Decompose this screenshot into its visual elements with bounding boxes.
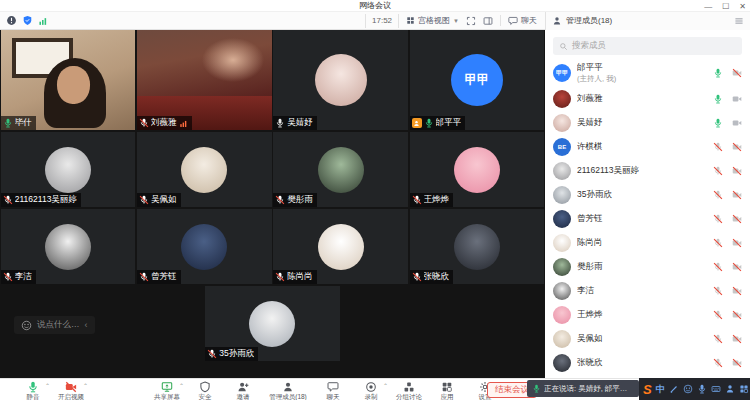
member-row[interactable]: 陈尚尚 <box>545 231 750 255</box>
toolbar-record-button[interactable]: ⌃录制 <box>352 379 390 400</box>
camoff-icon[interactable] <box>732 310 742 320</box>
member-row[interactable]: 35孙雨欣 <box>545 183 750 207</box>
member-row[interactable]: 甲甲 邰平平 (主持人, 我) <box>545 59 750 87</box>
video-tile[interactable]: 李洁 <box>1 209 136 284</box>
close-button[interactable]: ✕ <box>739 2 746 11</box>
chat-button[interactable]: 聊天 <box>500 15 537 26</box>
chevron-up-icon[interactable]: ⌃ <box>45 382 50 389</box>
video-tile[interactable]: 吴婧妤 <box>273 30 408 130</box>
member-row[interactable]: 张晓欣 <box>545 351 750 375</box>
video-tile[interactable]: 甲甲邰平平 <box>410 30 545 130</box>
camoff-icon[interactable] <box>732 262 742 272</box>
toolbar-shield-button[interactable]: 安全 <box>186 379 224 400</box>
ime-keyboard-button[interactable] <box>711 384 721 394</box>
micoff-icon[interactable] <box>713 286 723 296</box>
cam-icon[interactable] <box>732 94 742 104</box>
chevron-up-icon[interactable]: ⌃ <box>179 382 184 389</box>
camoff-icon[interactable] <box>732 238 742 248</box>
video-tile[interactable]: 吴佩如 <box>137 132 272 207</box>
ime-mic-button[interactable] <box>697 384 707 394</box>
cam-icon[interactable] <box>732 118 742 128</box>
toolbar-person-button[interactable]: 管理成员(18) <box>262 379 314 400</box>
collapse-arrow-icon[interactable]: ‹ <box>85 320 88 330</box>
camoff-icon[interactable] <box>732 190 742 200</box>
ime-lang-toggle[interactable]: 中 <box>656 383 665 396</box>
mic-icon <box>27 381 39 393</box>
ime-pen-button[interactable] <box>669 384 679 394</box>
danmaku-input[interactable]: 说点什么… ‹ <box>14 316 95 334</box>
camoff-icon[interactable] <box>732 214 742 224</box>
member-row[interactable]: 吴婧妤 <box>545 111 750 135</box>
micoff-icon[interactable] <box>713 166 723 176</box>
micoff-icon[interactable] <box>713 358 723 368</box>
ime-smiley-button[interactable] <box>683 384 693 394</box>
mic-icon[interactable] <box>713 118 723 128</box>
name-label: 李洁 <box>1 270 36 284</box>
name-label: 吴婧妤 <box>273 116 317 130</box>
member-search-input[interactable]: 搜索成员 <box>553 37 742 55</box>
info-icon[interactable] <box>6 15 17 26</box>
member-row[interactable]: 21162113吴丽婷 <box>545 159 750 183</box>
hamburger-icon[interactable] <box>734 16 744 26</box>
camoff-icon[interactable] <box>732 358 742 368</box>
member-row[interactable]: 李洁 <box>545 279 750 303</box>
ime-apps-button[interactable] <box>739 384 749 394</box>
toolbar-camoff-button[interactable]: ⌃开启视频 <box>52 379 90 400</box>
shared-video <box>137 30 272 130</box>
toolbar-chat-button[interactable]: 聊天 <box>314 379 352 400</box>
micoff-icon[interactable] <box>713 310 723 320</box>
micoff-icon[interactable] <box>713 214 723 224</box>
member-row[interactable]: 王烨烨 <box>545 303 750 327</box>
member-row[interactable]: 吴佩如 <box>545 327 750 351</box>
member-row[interactable]: 樊彤雨 <box>545 255 750 279</box>
camoff-icon[interactable] <box>732 166 742 176</box>
mic-icon[interactable] <box>713 94 723 104</box>
name-label: 张晓欣 <box>410 270 454 284</box>
name-label: 王烨烨 <box>410 193 454 207</box>
sogou-logo[interactable]: S <box>643 382 652 397</box>
toolbar-share-button[interactable]: ⌃共享屏幕 <box>148 379 186 400</box>
video-tile[interactable]: 王烨烨 <box>410 132 545 207</box>
mic-icon[interactable] <box>713 68 723 78</box>
toolbar-label: 安全 <box>199 393 212 400</box>
video-tile[interactable]: 陈尚尚 <box>273 209 408 284</box>
toolbar-apps-button[interactable]: 应用 <box>428 379 466 400</box>
micoff-icon[interactable] <box>713 334 723 344</box>
webcam-video <box>1 30 136 130</box>
video-tile[interactable]: 樊彤雨 <box>273 132 408 207</box>
fullscreen-icon[interactable] <box>466 16 476 26</box>
video-tile[interactable]: 35孙雨欣 <box>205 286 340 361</box>
video-tile[interactable]: 毕什 <box>1 30 136 130</box>
maximize-button[interactable]: ☐ <box>722 2 729 11</box>
toolbar-mic-button[interactable]: ⌃静音 <box>14 379 52 400</box>
toolbar-blocks-button[interactable]: 分组讨论 <box>390 379 428 400</box>
toolbar-personplus-button[interactable]: 邀请 <box>224 379 262 400</box>
ime-person-button[interactable] <box>725 384 735 394</box>
camoff-icon[interactable] <box>732 334 742 344</box>
grid-view-button[interactable]: 宫格视图 ▼ <box>406 15 459 26</box>
minimize-button[interactable]: — <box>704 2 712 11</box>
video-tile[interactable]: 刘薇雅 <box>137 30 272 130</box>
keyboard-icon <box>711 384 721 394</box>
camoff-icon[interactable] <box>732 286 742 296</box>
chevron-up-icon[interactable]: ⌃ <box>383 382 388 389</box>
member-row[interactable]: BE 许棋棋 <box>545 135 750 159</box>
member-row[interactable]: 曾芳钰 <box>545 207 750 231</box>
camoff-icon[interactable] <box>732 68 742 78</box>
micoff-icon[interactable] <box>713 262 723 272</box>
video-tile[interactable]: 曾芳钰 <box>137 209 272 284</box>
avatar: 甲甲 <box>553 64 571 82</box>
shieldfill-icon[interactable] <box>22 15 33 26</box>
person-icon <box>413 120 420 127</box>
member-row[interactable]: 刘薇雅 <box>545 87 750 111</box>
smiley-icon[interactable] <box>21 320 32 331</box>
micoff-icon[interactable] <box>713 190 723 200</box>
video-tile[interactable]: 张晓欣 <box>410 209 545 284</box>
chevron-up-icon[interactable]: ⌃ <box>83 382 88 389</box>
layout-icon[interactable] <box>483 16 493 26</box>
camoff-icon[interactable] <box>732 142 742 152</box>
micoff-icon[interactable] <box>713 142 723 152</box>
speaking-toast: 正在说话: 吴婧妤, 邰平平… <box>527 380 639 397</box>
micoff-icon[interactable] <box>713 238 723 248</box>
video-tile[interactable]: 21162113吴丽婷 <box>1 132 136 207</box>
